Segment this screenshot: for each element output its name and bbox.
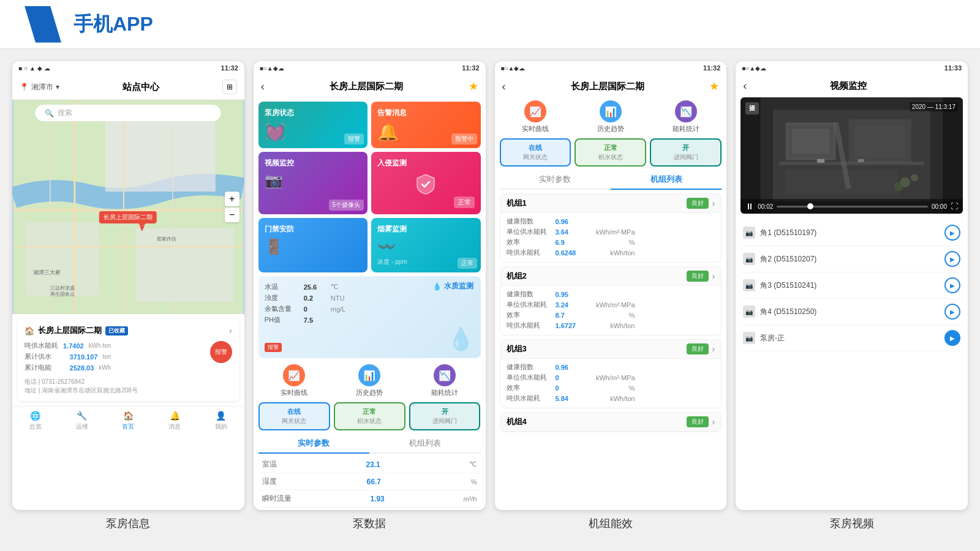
gateway-status-btn[interactable]: 在线 网关状态 xyxy=(258,402,330,430)
valve-status-btn[interactable]: 开 进间阀门 xyxy=(409,402,481,430)
machine-group-2-header[interactable]: 机组2 良好 › xyxy=(500,267,722,286)
params-list: 室温 23.1 ℃ 湿度 66.7 % 瞬时流量 1.93 m³/h xyxy=(254,454,486,510)
machine-1-detail: 健康指数 0.96 单位供水能耗 3.64 kWh/m²·MPa 效率 6.9 … xyxy=(500,213,722,262)
energy-stats-btn[interactable]: 📉 能耗统计 xyxy=(409,364,481,397)
back-btn-4[interactable]: ‹ xyxy=(743,80,747,92)
screen1-wrapper: ■○ ▲◆ ☁ 11:32 📍 湘潭市 ▾ 站点中心 ⊞ xyxy=(12,61,244,531)
history-trend-btn-3[interactable]: 📊 历史趋势 xyxy=(575,100,646,133)
smoke-card[interactable]: 烟雾监测 〰️ 浓度 - ppm 正常 xyxy=(371,218,480,272)
location-selector[interactable]: 📍 湘潭市 ▾ xyxy=(20,82,59,92)
fullscreen-btn[interactable]: ⛶ xyxy=(951,202,958,211)
nav-messages[interactable]: 🔔 消息 xyxy=(151,410,198,431)
machine-1-ton-energy: 吨供水能耗 0.6248 kWh/ton xyxy=(507,248,715,257)
info-card-title: 🏠 长房上层国际二期 已收藏 xyxy=(24,325,128,336)
time-4: 11:33 xyxy=(944,64,962,72)
tab-realtime-params[interactable]: 实时参数 xyxy=(258,434,369,454)
trend-icon-3: 📊 xyxy=(600,100,622,122)
screen1-title: 站点中心 xyxy=(123,81,159,93)
play-btn-2[interactable]: ▶ xyxy=(944,251,960,267)
svg-text:再生固收点: 再生固收点 xyxy=(50,291,75,297)
caption-4: 泵房视频 xyxy=(736,516,968,531)
video-card[interactable]: 视频监控 📷 5个摄像头 xyxy=(258,152,368,214)
energy-stats-btn-3[interactable]: 📉 能耗统计 xyxy=(650,100,722,133)
alarm-button[interactable]: 报警 xyxy=(210,341,232,363)
screen1-menu-btn[interactable]: ⊞ xyxy=(222,80,237,94)
supply-val: 3719.107 xyxy=(70,353,98,361)
machine-group-3-header[interactable]: 机组3 良好 › xyxy=(500,340,722,359)
favorite-star-3[interactable]: ★ xyxy=(709,80,719,93)
smoke-icon: 〰️ xyxy=(377,238,474,255)
realtime-curve-btn-3[interactable]: 📈 实时曲线 xyxy=(500,100,571,133)
progress-bar[interactable] xyxy=(777,206,928,208)
water-quality-card: 💧 水质监测 水温 25.6 ℃ 浊度 0.2 NTU 余氯含量 0 mg/L xyxy=(258,276,481,358)
caption-3: 机组能效 xyxy=(495,516,727,531)
play-btn-5[interactable]: ▶ xyxy=(944,330,960,346)
status-bar-3: ■○▲◆☁ 11:32 xyxy=(495,61,727,75)
tab-bar-3: 实时参数 机组列表 xyxy=(500,170,722,190)
messages-icon: 🔔 xyxy=(169,410,180,421)
flood-status-btn[interactable]: 正常 积水状态 xyxy=(334,402,405,430)
screen3-machine: ■○▲◆☁ 11:32 ‹ 长房上层国际二期 ★ 📈 实时曲线 📊 历史趋势 xyxy=(495,61,727,510)
play-btn-3[interactable]: ▶ xyxy=(944,277,960,293)
supply-row: 累计供水 3719.107 ton xyxy=(24,352,111,361)
tab-machine-list[interactable]: 机组列表 xyxy=(369,434,480,452)
camera-icon-1: 📷 xyxy=(743,227,755,239)
tab-realtime-params-3[interactable]: 实时参数 xyxy=(500,170,611,189)
realtime-curve-btn[interactable]: 📈 实时曲线 xyxy=(258,364,330,397)
alarm-card[interactable]: 告警消息 🔔 预警中 xyxy=(371,102,480,148)
flood-status-btn-3[interactable]: 正常 积水状态 xyxy=(575,138,646,167)
pump-status-card[interactable]: 泵房状态 💓 报警 xyxy=(258,102,368,148)
caption-1: 泵房信息 xyxy=(12,516,244,531)
gateway-status-btn-3[interactable]: 在线 网关状态 xyxy=(500,138,571,167)
history-trend-btn[interactable]: 📊 历史趋势 xyxy=(334,364,405,397)
back-btn-2[interactable]: ‹ xyxy=(261,80,265,93)
map-location-label[interactable]: 长房上层国际二期 xyxy=(99,211,157,223)
machine-group-1-header[interactable]: 机组1 良好 › xyxy=(500,194,722,213)
zoom-in-btn[interactable]: + xyxy=(225,192,239,206)
time-2: 11:32 xyxy=(462,64,479,72)
video-feed xyxy=(741,97,963,214)
info-card-chevron[interactable]: › xyxy=(229,326,232,335)
screen2-pump-data: ■○▲◆☁ 11:32 ‹ 长房上层国际二期 ★ 泵房状态 💓 报警 告警消息 … xyxy=(254,61,486,510)
machine-2-detail: 健康指数 0.95 单位供水能耗 3.24 kWh/m²·MPa 效率 8.7 … xyxy=(500,286,722,335)
wq-title: 💧 水质监测 xyxy=(432,281,473,291)
home-icon: 🏠 xyxy=(123,410,134,421)
overview-icon: 🌐 xyxy=(30,410,41,421)
camera-item-3: 📷 角3 (D51510241) ▶ xyxy=(741,272,963,299)
status-buttons-3: 在线 网关状态 正常 积水状态 开 进间阀门 xyxy=(495,136,727,170)
svg-text:湘潭三大桥: 湘潭三大桥 xyxy=(33,269,61,276)
map-area[interactable]: 湘潭三大桥 江边村龙盛 再生固收点 窑家作坊 🔍 搜索 长房上层国际二期 xyxy=(12,100,244,314)
map-zoom-controls: + − xyxy=(225,192,239,222)
video-controls: ⏸ 00:02 00:00 ⛶ xyxy=(741,199,963,214)
security-card[interactable]: 门禁安防 🚪 xyxy=(258,218,368,272)
phone-info: 电话 | 0731-26276842 地址 | 湖南省湘潭市岳塘区双拥北路208… xyxy=(24,378,232,395)
machine-group-3: 机组3 良好 › 健康指数 0.96 单位供水能耗 0 kW xyxy=(500,339,722,408)
camera-icon-4: 📷 xyxy=(743,305,755,318)
power-val: 2528.03 xyxy=(70,364,94,372)
tab-machine-list-3[interactable]: 机组列表 xyxy=(611,170,722,190)
nav-maintenance[interactable]: 🔧 运维 xyxy=(59,410,105,431)
camera-icon-3: 📷 xyxy=(743,279,755,291)
nav-overview[interactable]: 🌐 总览 xyxy=(12,410,59,431)
video-player[interactable]: 摄 2020 — 11:3:17 ⏸ 00:02 00:00 ⛶ xyxy=(741,97,963,214)
nav-home[interactable]: 🏠 首页 xyxy=(105,410,152,431)
machine-group-4-header[interactable]: 机组4 良好 › xyxy=(500,413,722,432)
nav-profile[interactable]: 👤 我的 xyxy=(198,410,244,431)
camera-item-1: 📷 角1 (D51510197) ▶ xyxy=(741,220,963,246)
favorite-star-2[interactable]: ★ xyxy=(469,80,478,93)
play-btn-1[interactable]: ▶ xyxy=(944,225,960,241)
zoom-out-btn[interactable]: − xyxy=(225,208,239,222)
svg-text:江边村龙盛: 江边村龙盛 xyxy=(50,285,75,291)
machine-group-4: 机组4 良好 › xyxy=(500,412,722,432)
back-btn-3[interactable]: ‹ xyxy=(502,80,506,93)
play-btn-4[interactable]: ▶ xyxy=(944,304,960,320)
video-timestamp: 2020 — 11:3:17 xyxy=(910,102,958,111)
valve-status-btn-3[interactable]: 开 进间阀门 xyxy=(650,138,722,167)
intrusion-card[interactable]: 入侵监测 正常 xyxy=(371,152,480,214)
curve-icon-3: 📈 xyxy=(524,100,546,122)
wq-chlorine-row: 余氯含量 0 mg/L xyxy=(265,304,475,313)
pause-btn[interactable]: ⏸ xyxy=(745,201,754,211)
action-bar-3: 📈 实时曲线 📊 历史趋势 📉 能耗统计 xyxy=(495,98,727,136)
map-search[interactable]: 🔍 搜索 xyxy=(36,105,221,121)
chevron-1: › xyxy=(712,198,715,208)
